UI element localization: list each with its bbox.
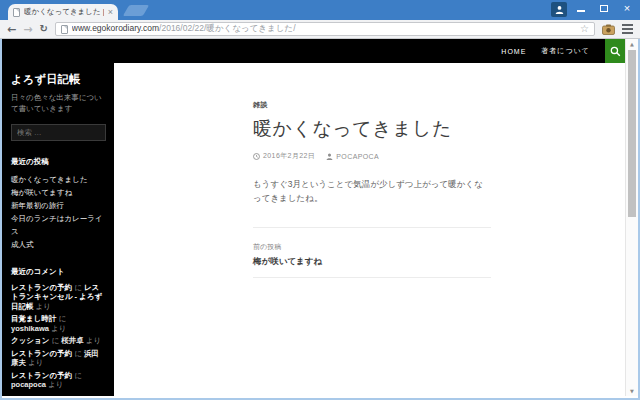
comment-author: pocapoca [11, 380, 46, 389]
tab-close-icon[interactable]: × [108, 8, 113, 17]
site-title[interactable]: よろず日記帳 [11, 72, 106, 87]
scroll-down-icon[interactable] [626, 386, 638, 396]
comment-post-link[interactable]: レストランの予約 [11, 349, 72, 358]
url-path: /2016/02/22/暖かくなってきました/ [159, 23, 295, 33]
nav-home-link[interactable]: HOME [501, 48, 526, 55]
reload-button[interactable]: ↻ [39, 24, 47, 34]
camera-extension-icon[interactable] [602, 24, 615, 35]
site-description: 日々の色々な出来事について書いていきます [11, 92, 106, 115]
header-search-button[interactable] [605, 39, 625, 63]
recent-comment: 目覚まし時計 に yoshikawa より [11, 314, 106, 333]
address-bar[interactable]: www.egokorodiary.com/2016/02/22/暖かくなってきま… [55, 22, 595, 36]
comment-post-link[interactable]: レストランの予約 [11, 283, 72, 292]
comment-suffix: より [84, 336, 101, 345]
recent-post-link[interactable]: 今日のランチはカレーライス [11, 212, 106, 238]
site-header: HOME 著者について [2, 39, 625, 63]
previous-post-label: 前の投稿 [253, 243, 281, 250]
post-date[interactable]: 2016年2月22日 [263, 151, 315, 161]
recent-post-link[interactable]: 梅が咲いてますね [11, 186, 106, 199]
recent-comment: レストランの予約 に レストランキャンセル - よろず日記帳 より [11, 283, 106, 312]
category-link[interactable]: 雑談 [253, 101, 268, 108]
post-meta: 2016年2月22日 POCAPOCA [253, 151, 491, 161]
recent-post-link[interactable]: 新年最初の旅行 [11, 199, 106, 212]
comment-suffix: より [46, 380, 63, 389]
browser-window: 暖かくなってきました | よろず日記帳 × × ← → ↻ www.egokor… [0, 0, 640, 400]
author-icon [326, 153, 333, 160]
browser-tab[interactable]: 暖かくなってきました | よろず日記帳 × [8, 4, 118, 20]
profile-avatar-button[interactable] [551, 2, 567, 17]
recent-comment: レストランの予約 に pocapoca より [11, 371, 106, 390]
bookmark-star-icon[interactable]: ☆ [580, 24, 589, 34]
page-icon [61, 25, 68, 34]
recent-posts-heading: 最近の投稿 [11, 157, 106, 167]
scroll-up-icon[interactable] [626, 39, 638, 49]
url-text: www.egokorodiary.com/2016/02/22/暖かくなってきま… [72, 23, 296, 35]
back-button[interactable]: ← [7, 24, 16, 35]
comment-suffix: より [49, 324, 66, 333]
url-host: www.egokorodiary.com [72, 23, 159, 33]
comment-connector: に [72, 283, 84, 292]
maximize-button[interactable] [593, 0, 615, 16]
comment-post-link[interactable]: 目覚まし時計 [11, 314, 56, 323]
nav-about-link[interactable]: 著者について [541, 46, 590, 56]
comment-suffix: より [34, 302, 51, 311]
main-content: 雑談 暖かくなってきました 2016年2月22日 POCAP [114, 63, 625, 396]
comment-connector: に [56, 314, 66, 323]
comment-connector: に [49, 336, 61, 345]
search-icon [610, 46, 621, 57]
recent-post-link[interactable]: 成人式 [11, 238, 106, 251]
page-favicon-icon [13, 8, 20, 17]
comment-post-link[interactable]: クッション [11, 336, 49, 345]
close-icon: × [624, 3, 630, 14]
sidebar-search-input[interactable] [11, 124, 106, 141]
scrollbar-thumb[interactable] [628, 50, 636, 217]
post-author[interactable]: POCAPOCA [336, 153, 379, 160]
close-button[interactable]: × [616, 0, 638, 16]
sidebar: よろず日記帳 日々の色々な出来事について書いていきます 最近の投稿 暖かくなって… [2, 63, 114, 396]
recent-post-link[interactable]: 暖かくなってきました [11, 173, 106, 186]
post-body: もうすぐ3月ということで気温が少しずつ上がって暖かくなってきましたね。 [253, 177, 491, 206]
person-icon [555, 5, 564, 14]
comment-post-link[interactable]: レストランの予約 [11, 371, 72, 380]
recent-comments-heading: 最近のコメント [11, 267, 106, 277]
forward-button[interactable]: → [23, 24, 32, 35]
recent-comment: クッション に 桜井卓 より [11, 336, 106, 346]
page-frame: HOME 著者について よろず日記帳 日々の色々な出来事について書いていきます … [0, 39, 640, 400]
clock-icon [253, 153, 260, 160]
titlebar: 暖かくなってきました | よろず日記帳 × × [0, 0, 640, 20]
article: 雑談 暖かくなってきました 2016年2月22日 POCAP [253, 93, 491, 278]
page-scrollbar[interactable] [625, 39, 638, 396]
chrome-menu-icon[interactable] [622, 24, 633, 34]
post-title: 暖かくなってきました [253, 116, 491, 142]
previous-post-link[interactable]: 梅が咲いてますね [253, 256, 491, 268]
tab-title: 暖かくなってきました | よろず日記帳 [24, 7, 104, 17]
new-tab-button[interactable] [123, 5, 149, 16]
comment-author: yoshikawa [11, 324, 49, 333]
comment-suffix: より [26, 358, 43, 367]
comment-author: 桜井卓 [61, 336, 84, 345]
recent-comments-list: レストランの予約 に レストランキャンセル - よろず日記帳 より 目覚まし時計… [11, 283, 106, 390]
webpage: HOME 著者について よろず日記帳 日々の色々な出来事について書いていきます … [2, 39, 625, 396]
comment-connector: に [72, 371, 82, 380]
maximize-icon [600, 5, 608, 12]
recent-posts-list: 暖かくなってきました 梅が咲いてますね 新年最初の旅行 今日のランチはカレーライ… [11, 173, 106, 251]
browser-toolbar: ← → ↻ www.egokorodiary.com/2016/02/22/暖か… [0, 20, 640, 39]
minimize-button[interactable] [570, 0, 592, 16]
post-navigation: 前の投稿 梅が咲いてますね [253, 227, 491, 278]
recent-comment: レストランの予約 に 浜田康夫 より [11, 349, 106, 368]
comment-connector: に [72, 349, 84, 358]
minimize-icon [577, 10, 585, 12]
